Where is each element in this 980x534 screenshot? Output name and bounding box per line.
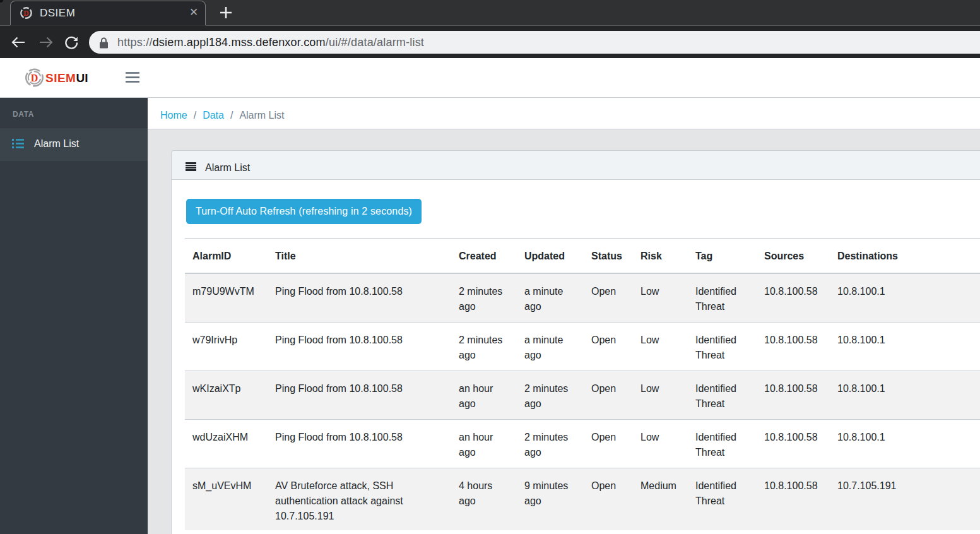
svg-text:D: D bbox=[23, 9, 28, 17]
svg-text:D: D bbox=[31, 73, 38, 83]
